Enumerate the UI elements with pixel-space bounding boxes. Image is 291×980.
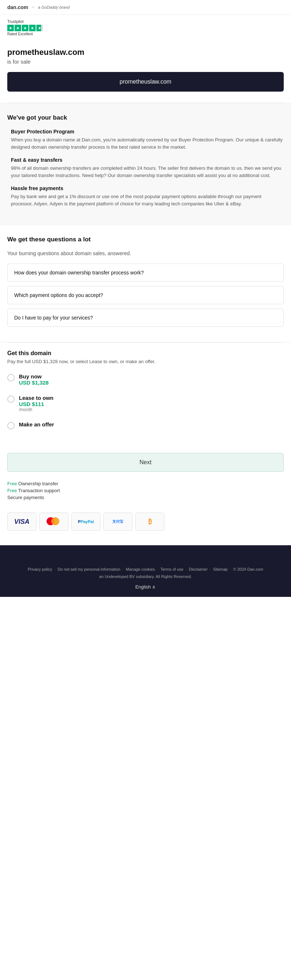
domain-button[interactable]: prometheuslaw.com xyxy=(7,72,284,92)
trustpilot-stars: ★ ★ ★ ★ ★ xyxy=(7,25,284,31)
buy-now-label: Buy now xyxy=(19,373,49,380)
benefit-2: Free Transaction support xyxy=(7,488,284,493)
payment-methods: VISA PPayPal 支付宝 ₿ xyxy=(0,509,291,538)
footer: Privacy policy · Do not sell my personal… xyxy=(0,545,291,597)
faq-section: We get these questions a lot Your burnin… xyxy=(0,225,291,342)
benefit-1: Free Ownership transfer xyxy=(7,481,284,486)
footer-do-not-sell[interactable]: Do not sell my personal information xyxy=(58,567,120,571)
paypal-logo: PPayPal xyxy=(78,519,93,524)
next-button[interactable]: Next xyxy=(7,453,284,472)
protection-section: We've got your back Buyer Protection Pro… xyxy=(0,103,291,225)
faq-title: We get these questions a lot xyxy=(7,236,284,243)
get-domain-desc: Pay the full USD $1,328 now, or select L… xyxy=(7,359,284,364)
benefit-3: Secure payments xyxy=(7,495,284,500)
paypal-aypal: PayPal xyxy=(81,519,94,524)
footer-links: Privacy policy · Do not sell my personal… xyxy=(7,567,284,571)
mc-circle-orange xyxy=(51,517,59,525)
buy-now-price: USD $1,328 xyxy=(19,380,49,386)
footer-language[interactable]: English ∧ xyxy=(7,584,284,590)
faq-subtitle: Your burning questions about domain sale… xyxy=(7,250,284,256)
protection-item-1: Buyer Protection Program When you buy a … xyxy=(7,129,284,151)
rated-excellent: Rated Excellent xyxy=(7,32,284,36)
faq-item-3[interactable]: Do I have to pay for your services? xyxy=(7,309,284,327)
lease-price: USD $111 xyxy=(19,401,53,407)
benefit-free-1: Free xyxy=(7,481,17,486)
protection-item-title-1: Buyer Protection Program xyxy=(11,129,284,135)
offer-label-group: Make an offer xyxy=(19,421,54,428)
star-1: ★ xyxy=(7,25,14,31)
protection-item-2: Fast & easy transfers 98% of all domain … xyxy=(7,157,284,179)
benefit-free-2: Free xyxy=(7,488,17,493)
lease-price-sub: /month xyxy=(19,407,53,412)
footer-manage-cookies[interactable]: Manage cookies xyxy=(126,567,155,571)
faq-item-2[interactable]: Which payment options do you accept? xyxy=(7,286,284,304)
payment-alipay: 支付宝 xyxy=(103,512,133,531)
protection-title: We've got your back xyxy=(7,114,284,121)
domain-title-section: prometheuslaw.com is for sale xyxy=(0,40,291,68)
header: dan.com × a GoDaddy brand xyxy=(0,0,291,15)
get-domain-title: Get this domain xyxy=(7,350,284,356)
star-2: ★ xyxy=(14,25,21,31)
buy-now-option[interactable]: Buy now USD $1,328 xyxy=(7,373,284,386)
protection-item-text-1: When you buy a domain name at Dan.com, y… xyxy=(11,136,284,151)
trustpilot-label: Trustpilot xyxy=(7,19,284,24)
lease-label-group: Lease to own USD $111 /month xyxy=(19,395,53,412)
lease-radio[interactable] xyxy=(7,396,14,403)
footer-subsidiary: an Undeveloped BV subsidiary. All Rights… xyxy=(7,574,284,579)
footer-disclaimer[interactable]: Disclaimer xyxy=(189,567,207,571)
paypal-p: P xyxy=(78,519,80,524)
for-sale-text: is for sale xyxy=(7,59,284,65)
payment-bitcoin: ₿ xyxy=(135,512,165,531)
star-4: ★ xyxy=(29,25,36,31)
godaddy-label: a GoDaddy brand xyxy=(38,5,70,10)
footer-sitemap[interactable]: Sitemap xyxy=(213,567,228,571)
benefits-section: Free Ownership transfer Free Transaction… xyxy=(0,477,291,509)
protection-item-title-2: Fast & easy transfers xyxy=(11,157,284,163)
offer-radio[interactable] xyxy=(7,422,14,429)
lease-option[interactable]: Lease to own USD $111 /month xyxy=(7,395,284,412)
footer-terms[interactable]: Terms of use xyxy=(160,567,183,571)
offer-label: Make an offer xyxy=(19,421,54,428)
payment-mastercard xyxy=(39,512,69,531)
mastercard-icon xyxy=(46,517,61,527)
buy-now-label-group: Buy now USD $1,328 xyxy=(19,373,49,386)
protection-item-3: Hassle free payments Pay by bank wire an… xyxy=(7,185,284,207)
star-3: ★ xyxy=(22,25,28,31)
payment-visa: VISA xyxy=(7,512,37,531)
next-button-section: Next xyxy=(0,449,291,477)
domain-name: prometheuslaw.com xyxy=(7,48,284,57)
protection-item-title-3: Hassle free payments xyxy=(11,185,284,191)
payment-paypal: PPayPal xyxy=(71,512,101,531)
buy-now-radio[interactable] xyxy=(7,374,14,381)
footer-copyright: © 2024 Dan.com xyxy=(233,567,263,571)
protection-item-text-2: 98% of all domain ownership transfers ar… xyxy=(11,165,284,179)
star-5-half: ★ xyxy=(37,25,43,31)
get-domain-section: Get this domain Pay the full USD $1,328 … xyxy=(0,343,291,449)
dan-logo[interactable]: dan.com xyxy=(7,4,28,10)
lease-label: Lease to own xyxy=(19,395,53,401)
header-separator: × xyxy=(32,5,35,10)
faq-item-1[interactable]: How does your domain ownership transfer … xyxy=(7,264,284,282)
protection-item-text-3: Pay by bank wire and get a 1% discount o… xyxy=(11,193,284,207)
footer-privacy[interactable]: Privacy policy xyxy=(28,567,52,571)
offer-option[interactable]: Make an offer xyxy=(7,421,284,429)
domain-button-section: prometheuslaw.com xyxy=(0,68,291,102)
trustpilot-section: Trustpilot ★ ★ ★ ★ ★ Rated Excellent xyxy=(0,15,291,40)
